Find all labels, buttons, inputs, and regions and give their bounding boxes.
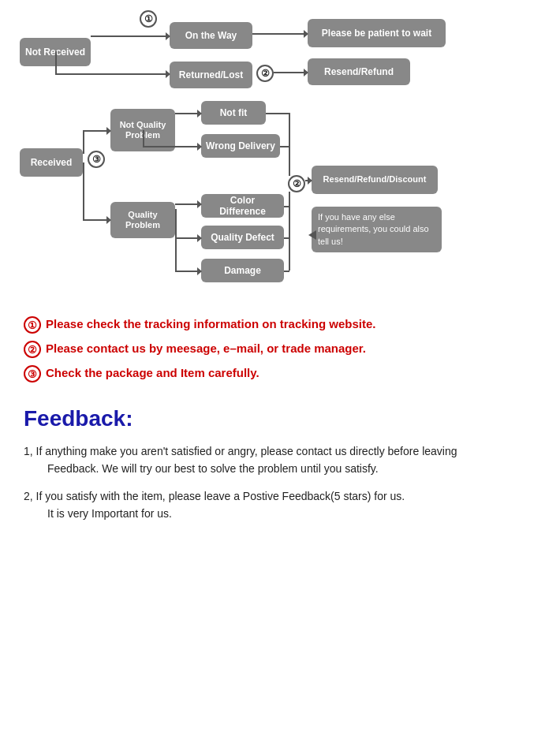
arrow-nr-rl [55, 73, 170, 75]
feedback-item-1: 1, If anything make you aren't satisfied… [24, 442, 536, 478]
instructions-section: ① Please check the tracking information … [24, 315, 536, 383]
box-resend-refund: Resend/Refund [308, 58, 410, 85]
line-nq-wd-v [143, 130, 144, 146]
box-color-diff: Color Difference [201, 194, 284, 218]
circle-3: ③ [88, 151, 105, 168]
arrow-nq-nf [175, 113, 201, 114]
arrow-qp-cd [175, 203, 201, 205]
instr-text-3: Check the package and Item carefully. [46, 364, 259, 381]
arrow-r-nq [83, 130, 110, 132]
line-dm-c2 [284, 271, 289, 272]
circle-2-mid: ② [288, 175, 305, 192]
feedback-item-2: 2, If you satisfy with the item, please … [24, 487, 536, 523]
feedback-section: Feedback: 1, If anything make you aren't… [24, 406, 536, 523]
line-wd-c2 [280, 146, 289, 147]
arrow-c2-rd [305, 180, 312, 181]
line-qp-dm-v [175, 237, 177, 271]
feedback-item-1-main: 1, If anything make you aren't satisfied… [24, 445, 457, 457]
box-on-the-way: On the Way [170, 22, 252, 49]
box-wrong-delivery: Wrong Delivery [201, 134, 280, 158]
arrow-r-qp [83, 219, 110, 221]
instr-text-2: Please contact us by meesage, e–mail, or… [46, 340, 366, 356]
box-resend-discount: Resend/Refund/Discount [312, 166, 438, 194]
arrow-rl-rr [274, 72, 308, 73]
box-quality-problem: Quality Problem [110, 202, 175, 238]
line-qp-qd-v [175, 209, 177, 237]
line-r-down [83, 162, 84, 220]
circle-2-top: ② [256, 65, 274, 82]
line-r-up [83, 130, 84, 154]
line-c2-items-v [289, 192, 290, 271]
arrow-nq-wd [143, 146, 201, 147]
instr-text-1: Please check the tracking information on… [46, 315, 375, 332]
box-returned-lost: Returned/Lost [170, 62, 252, 88]
box-damage: Damage [201, 259, 284, 282]
circle-1: ① [140, 10, 157, 28]
page-wrapper: ① Not Received On the Way Please be pati… [0, 0, 560, 540]
line-c2-v [289, 113, 290, 176]
instruction-3: ③ Check the package and Item carefully. [24, 364, 536, 383]
instr-num-3: ③ [24, 365, 41, 383]
line-nr-down [55, 51, 57, 75]
feedback-item-2-main: 2, If you satisfy with the item, please … [24, 490, 405, 502]
box-not-fit: Not fit [201, 101, 266, 125]
box-tooltip: If you have any else requirements, you c… [312, 207, 442, 252]
feedback-item-1-sub: Feedback. We will try our best to solve … [47, 460, 536, 477]
arrow-qp-dm [175, 271, 201, 272]
box-quality-defect: Quality Defect [201, 226, 284, 249]
feedback-title: Feedback: [24, 406, 536, 431]
feedback-item-2-sub: It is very Important for us. [47, 505, 536, 522]
arrow-qp-qd [175, 237, 201, 239]
instruction-1: ① Please check the tracking information … [24, 315, 536, 334]
line-nf-c2 [266, 113, 289, 114]
flowchart-section: ① Not Received On the Way Please be pati… [12, 8, 548, 308]
instr-num-1: ① [24, 316, 41, 334]
arrow-otw-pw [252, 33, 308, 35]
box-please-wait: Please be patient to wait [308, 19, 446, 47]
instruction-2: ② Please contact us by meesage, e–mail, … [24, 340, 536, 358]
arrow-nr-otw [91, 35, 170, 37]
instr-num-2: ② [24, 341, 41, 358]
box-received: Received [20, 148, 83, 177]
